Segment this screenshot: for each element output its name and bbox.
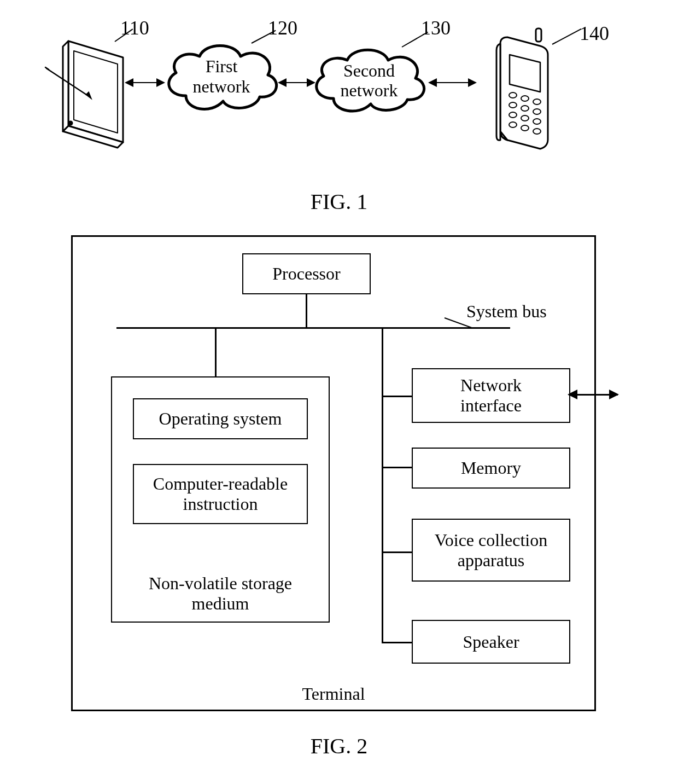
svg-point-17 (521, 115, 529, 121)
system-bus-line (116, 327, 510, 329)
connector-line (215, 327, 217, 376)
speaker-label: Speaker (463, 632, 519, 652)
svg-line-7 (45, 67, 49, 69)
svg-point-19 (509, 122, 517, 127)
figure-1: 110 First network 120 Second network 130 (49, 16, 623, 159)
instruction-label: Computer-readable instruction (153, 474, 288, 514)
operating-system-box: Operating system (133, 398, 308, 439)
network-interface-label: Network interface (460, 375, 522, 416)
bidirectional-arrow-icon (126, 82, 164, 83)
cloud-second-label: Second network (306, 61, 432, 101)
ref-number-cloud1: 120 (268, 16, 297, 39)
figure-2-caption: FIG. 2 (0, 733, 678, 759)
svg-point-15 (533, 109, 541, 114)
cloud-second-network-icon: Second network (306, 41, 432, 120)
operating-system-label: Operating system (159, 409, 282, 429)
voice-collection-box: Voice collection apparatus (412, 519, 570, 582)
svg-point-4 (69, 121, 72, 125)
bidirectional-arrow-icon (429, 82, 476, 83)
processor-label: Processor (272, 264, 340, 284)
network-interface-box: Network interface (412, 368, 570, 423)
cloud-first-network-icon: First network (159, 36, 284, 118)
memory-box: Memory (412, 448, 570, 489)
connector-line (382, 551, 412, 553)
svg-point-20 (521, 125, 529, 131)
connector-line (382, 327, 383, 642)
connector-line (382, 467, 412, 468)
phone-device-icon (476, 27, 560, 156)
storage-medium-label: Non-volatile storage medium (149, 573, 292, 614)
speaker-box: Speaker (412, 620, 570, 664)
system-bus-label: System bus (466, 301, 576, 322)
svg-point-18 (533, 119, 541, 124)
svg-point-13 (509, 102, 517, 108)
tablet-device-icon (44, 36, 128, 150)
voice-collection-label: Voice collection apparatus (435, 530, 547, 571)
svg-marker-2 (63, 41, 68, 131)
svg-point-10 (509, 92, 517, 98)
external-bidirectional-arrow-icon (569, 394, 618, 396)
connector-line (306, 294, 307, 327)
figure-2: Processor System bus Non-volatile storag… (71, 235, 596, 711)
svg-point-21 (533, 129, 541, 134)
processor-box: Processor (242, 253, 371, 294)
svg-rect-8 (536, 28, 541, 42)
svg-point-16 (509, 112, 517, 118)
instruction-box: Computer-readable instruction (133, 464, 308, 524)
ref-number-cloud2: 130 (421, 16, 451, 39)
connector-line (382, 642, 412, 643)
terminal-label: Terminal (73, 684, 594, 704)
svg-point-11 (521, 96, 529, 101)
ref-number-tablet: 110 (120, 16, 149, 39)
memory-label: Memory (461, 458, 521, 478)
bidirectional-arrow-icon (279, 82, 314, 83)
svg-point-12 (533, 99, 541, 104)
connector-line (382, 396, 412, 397)
figure-1-caption: FIG. 1 (0, 189, 678, 214)
cloud-first-label: First network (159, 56, 284, 97)
svg-point-14 (521, 106, 529, 111)
svg-marker-3 (74, 51, 118, 133)
ref-number-phone: 140 (580, 22, 609, 45)
